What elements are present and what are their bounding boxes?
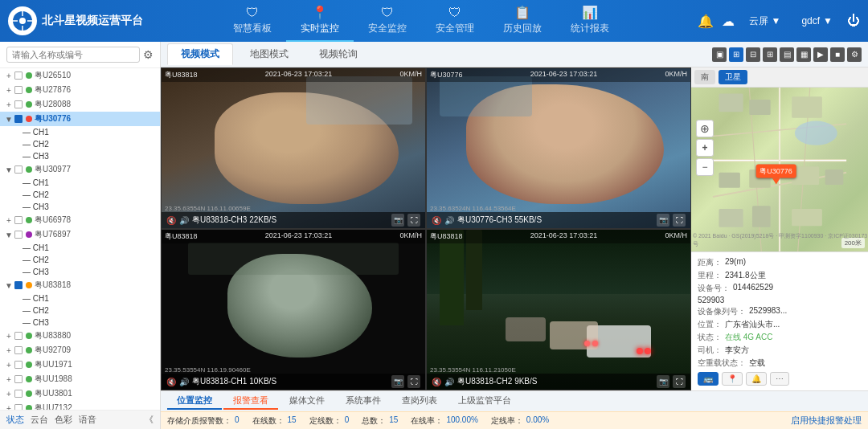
checkbox-u92709[interactable]	[14, 346, 23, 354]
layout-1-btn[interactable]: ▣	[712, 47, 727, 62]
vehicle-node-u92709[interactable]: + 粤U92709	[0, 343, 160, 358]
filter-button[interactable]: ⚙	[143, 47, 154, 63]
checkbox-u66978[interactable]	[14, 216, 23, 224]
layout-9-btn[interactable]: ⊟	[746, 47, 760, 62]
vehicle-node-u30776[interactable]: ▼ 粤U30776	[0, 112, 160, 126]
map-view[interactable]: 粤U30776 ⊕ + − 200米 © 2021 Baidu · GS(201…	[691, 88, 868, 251]
stop-btn[interactable]: ■	[830, 47, 845, 62]
checkbox-u28088[interactable]	[14, 100, 23, 108]
checkbox-uu7132[interactable]	[14, 404, 23, 410]
tab-video-mode[interactable]: 视频模式	[167, 43, 233, 65]
cloud-label-btn[interactable]: 云屏 ▼	[743, 13, 788, 30]
map-tab-satellite[interactable]: 卫星	[719, 70, 747, 84]
checkbox-u30776[interactable]	[14, 115, 23, 123]
checkbox-uu1971[interactable]	[14, 361, 23, 369]
channel-u30977-ch1[interactable]: — CH1	[0, 177, 160, 189]
vehicle-node-uu3801[interactable]: + 粤UU3801	[0, 386, 160, 401]
compass-btn[interactable]: ⊕	[696, 120, 714, 137]
quick-alarm-btn[interactable]: 启用快捷报警处理	[791, 415, 862, 427]
channel-u83818-ch3[interactable]: — CH3	[0, 317, 160, 329]
user-btn[interactable]: gdcf ▼	[795, 14, 839, 28]
settings-btn[interactable]: ⚙	[847, 47, 862, 62]
layout-4-btn[interactable]: ⊞	[729, 47, 743, 62]
checkbox-uu1988[interactable]	[14, 375, 23, 383]
fullscreen-btn-bl[interactable]: ⛶	[407, 375, 420, 388]
zoom-out-btn[interactable]: −	[696, 158, 714, 176]
snapshot-btn-bl[interactable]: 📷	[391, 375, 404, 388]
vehicle-node-u66978[interactable]: + 粤U66978	[0, 213, 160, 227]
fullscreen-btn-br[interactable]: ⛶	[673, 375, 686, 388]
video-cell-br[interactable]: 粤U83818 2021-06-23 17:03:21 0KM/H 23.35.…	[426, 229, 691, 390]
checkbox-uu3801[interactable]	[14, 390, 23, 398]
checkbox-u30977[interactable]	[14, 165, 23, 174]
layout-mix2-btn[interactable]: ▦	[796, 47, 811, 62]
vehicle-node-u83880[interactable]: + 粤U83880	[0, 329, 160, 343]
snapshot-btn-tl[interactable]: 📷	[391, 214, 404, 227]
checkbox-u83818[interactable]	[14, 281, 23, 289]
map-tab-normal[interactable]: 南	[694, 70, 715, 84]
btab-patrol[interactable]: 查岗列表	[392, 393, 447, 410]
btab-system[interactable]: 系统事件	[336, 393, 391, 410]
vehicle-node-u83818[interactable]: ▼ 粤U83818	[0, 278, 160, 292]
channel-u83818-ch2[interactable]: — CH2	[0, 304, 160, 317]
play-btn[interactable]: ▶	[813, 47, 828, 62]
nav-item-history[interactable]: 📋 历史回放	[489, 0, 556, 42]
video-tl-mute-btn[interactable]: 🔇	[166, 216, 176, 225]
video-cell-tr[interactable]: 粤U30776 2021-06-23 17:03:21 0KM/H 23.35.…	[426, 67, 691, 229]
nav-item-dashboard[interactable]: 🛡 智慧看板	[219, 1, 286, 42]
fullscreen-btn-tr[interactable]: ⛶	[673, 214, 686, 227]
vehicle-node-uu1971[interactable]: + 粤UU1971	[0, 358, 160, 372]
nav-item-report[interactable]: 📊 统计报表	[556, 0, 624, 42]
layout-mixed-btn[interactable]: ▤	[780, 47, 794, 62]
color-tab[interactable]: 色彩	[55, 414, 72, 426]
fullscreen-btn-tl[interactable]: ⛶	[407, 214, 420, 227]
nav-item-security[interactable]: 🛡 安全监控	[354, 1, 421, 42]
checkbox-u83880[interactable]	[14, 332, 23, 340]
snapshot-btn-br[interactable]: 📷	[657, 375, 669, 388]
more-btn[interactable]: ⋯	[770, 372, 789, 386]
fence-btn[interactable]: 🔔	[746, 372, 767, 386]
btab-media[interactable]: 媒体文件	[280, 393, 334, 410]
btab-supervision[interactable]: 上级监管平台	[448, 393, 521, 410]
audio-tab[interactable]: 语音	[79, 414, 96, 426]
checkbox-u26510[interactable]	[14, 72, 23, 80]
cloud-icon[interactable]: ☁	[722, 14, 735, 29]
video-cell-bl[interactable]: 粤U83818 2021-06-23 17:03:21 0KM/H 23.35.…	[161, 229, 426, 390]
track-btn[interactable]: 🚌	[698, 372, 719, 386]
vehicle-node-u30977[interactable]: ▼ 粤U30977	[0, 162, 160, 177]
nav-item-monitor[interactable]: 📍 实时监控	[286, 0, 354, 42]
power-icon[interactable]: ⏻	[847, 14, 860, 28]
video-cell-tl[interactable]: 粤U83818 2021-06-23 17:03:21 0KM/H 23.35.…	[161, 67, 426, 229]
vehicle-node-u27876[interactable]: + 粤U27876	[0, 83, 160, 97]
btab-location[interactable]: 位置监控	[167, 393, 222, 410]
btab-alarm[interactable]: 报警查看	[223, 393, 278, 410]
tab-map-mode[interactable]: 地图模式	[236, 43, 302, 65]
notification-icon[interactable]: 🔔	[698, 14, 714, 29]
channel-u76897-ch2[interactable]: — CH2	[0, 254, 160, 266]
vehicle-node-uu7132[interactable]: + 粤UU7132	[0, 401, 160, 410]
video-bl-mute-btn[interactable]: 🔇	[166, 378, 176, 386]
snapshot-btn-tr[interactable]: 📷	[657, 214, 669, 227]
checkbox-u76897[interactable]	[14, 231, 23, 239]
layout-16-btn[interactable]: ⊞	[763, 47, 777, 62]
channel-u76897-ch1[interactable]: — CH1	[0, 242, 160, 254]
channel-u30977-ch2[interactable]: — CH2	[0, 189, 160, 201]
vehicle-node-uu1988[interactable]: + 粤UU1988	[0, 372, 160, 386]
tab-video-poll[interactable]: 视频轮询	[305, 43, 371, 65]
vehicle-node-u76897[interactable]: ▼ 粤U76897	[0, 227, 160, 242]
vehicle-node-u28088[interactable]: + 粤U28088	[0, 97, 160, 112]
channel-u30776-ch2[interactable]: — CH2	[0, 138, 160, 150]
channel-u83818-ch1[interactable]: — CH1	[0, 292, 160, 304]
channel-u76897-ch3[interactable]: — CH3	[0, 266, 160, 278]
channel-u30977-ch3[interactable]: — CH3	[0, 201, 160, 213]
checkbox-u27876[interactable]	[14, 86, 23, 94]
status-tab[interactable]: 状态	[6, 414, 24, 426]
vehicle-node-u26510[interactable]: + 粤U26510	[0, 68, 160, 83]
channel-u30776-ch3[interactable]: — CH3	[0, 150, 160, 162]
ptz-tab[interactable]: 云台	[31, 414, 48, 426]
video-br-mute-btn[interactable]: 🔇	[432, 378, 441, 386]
path-btn[interactable]: 📍	[722, 372, 743, 386]
zoom-in-btn[interactable]: +	[696, 139, 714, 157]
search-input[interactable]	[6, 47, 140, 63]
video-tr-mute-btn[interactable]: 🔇	[432, 216, 441, 225]
